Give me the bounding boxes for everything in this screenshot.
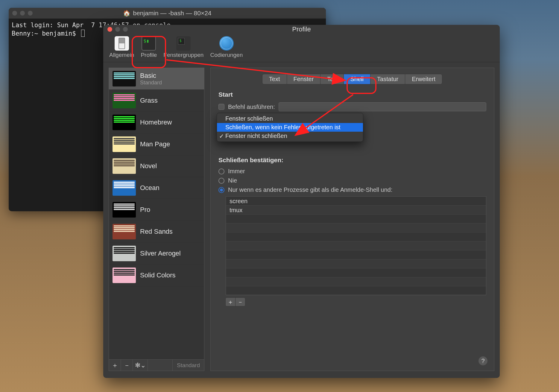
- profile-row[interactable]: Homebrew: [109, 112, 204, 133]
- profile-icon: [142, 36, 156, 51]
- profile-name: Basic: [140, 72, 162, 80]
- help-button[interactable]: ?: [479, 356, 487, 365]
- switch-icon: [115, 36, 129, 51]
- profile-row[interactable]: Novel: [109, 155, 204, 177]
- process-row[interactable]: [226, 250, 486, 259]
- profile-actions-menu[interactable]: ✻⌄: [133, 360, 148, 371]
- dropdown-option[interactable]: Schließen, wenn kein Fehler aufgetreten …: [217, 123, 363, 132]
- process-row[interactable]: [226, 259, 486, 268]
- minimize-button[interactable]: [20, 11, 25, 16]
- run-command-field[interactable]: [279, 102, 486, 111]
- add-profile-button[interactable]: ＋: [109, 360, 121, 371]
- add-process-button[interactable]: ＋: [225, 297, 236, 306]
- profile-row[interactable]: Red Sands: [109, 221, 204, 243]
- confirm-never-label: Nie: [228, 177, 237, 184]
- process-row[interactable]: [226, 241, 486, 250]
- profile-sublabel: Standard: [140, 80, 162, 86]
- profile-thumbnail: [113, 158, 136, 174]
- profile-thumbnail: [113, 268, 136, 283]
- profile-thumbnail: [113, 202, 136, 218]
- terminal-title-text: benjamin — -bash — 80×24: [133, 10, 211, 17]
- profile-thumbnail: [113, 136, 136, 152]
- run-command-label: Befehl ausführen:: [228, 104, 275, 110]
- profile-row[interactable]: BasicStandard: [109, 68, 204, 90]
- tab-erweitert[interactable]: Erweitert: [405, 74, 442, 84]
- terminal-prompt: Benny:~ benjamin$: [12, 30, 80, 37]
- settings-panel: TextFensterTabShellTastaturErweitert Sta…: [210, 68, 494, 371]
- profile-list[interactable]: BasicStandard Grass Homebrew Man Page No…: [109, 68, 204, 360]
- profile-name: Ocean: [140, 184, 160, 192]
- terminal-traffic-lights: [12, 11, 33, 16]
- process-row[interactable]: [226, 224, 486, 233]
- profile-row[interactable]: Silver Aerogel: [109, 243, 204, 265]
- toolbar-encodings[interactable]: Codierungen: [208, 35, 244, 60]
- close-button[interactable]: [12, 11, 17, 16]
- remove-profile-button[interactable]: －: [121, 360, 133, 371]
- tab-text[interactable]: Text: [262, 74, 287, 84]
- confirm-never-radio[interactable]: [218, 178, 224, 184]
- minimize-button[interactable]: [115, 27, 120, 32]
- toolbar-encodings-label: Codierungen: [210, 52, 243, 58]
- confirm-always-label: Immer: [228, 168, 245, 175]
- profile-name: Man Page: [140, 140, 170, 148]
- window-groups-icon: [176, 36, 191, 51]
- toolbar-groups[interactable]: Fenstergruppen: [162, 35, 205, 60]
- profile-row[interactable]: Man Page: [109, 133, 204, 155]
- remove-process-button[interactable]: －: [235, 297, 245, 306]
- profile-name: Novel: [140, 162, 157, 170]
- toolbar-profile[interactable]: Profile: [139, 35, 159, 60]
- process-row[interactable]: [226, 233, 486, 241]
- confirm-always-radio[interactable]: [218, 168, 224, 174]
- profile-name: Silver Aerogel: [140, 250, 181, 257]
- settings-tabs: TextFensterTabShellTastaturErweitert: [218, 74, 486, 84]
- profile-row[interactable]: Grass: [109, 90, 204, 112]
- toolbar-general-label: Allgemein: [109, 52, 134, 58]
- confirm-processes-label: Nur wenn es andere Prozesse gibt als die…: [228, 186, 392, 193]
- home-icon: 🏠: [123, 10, 130, 17]
- globe-icon: [219, 36, 234, 51]
- check-icon: ✓: [219, 133, 224, 140]
- process-row[interactable]: [226, 277, 486, 286]
- profile-row[interactable]: Solid Colors: [109, 265, 204, 286]
- profile-name: Red Sands: [140, 228, 173, 235]
- profile-name: Solid Colors: [140, 271, 176, 279]
- tab-tab[interactable]: Tab: [320, 74, 344, 84]
- tab-shell[interactable]: Shell: [344, 74, 370, 84]
- profile-thumbnail: [113, 224, 136, 239]
- profile-thumbnail: [113, 246, 136, 261]
- dropdown-option[interactable]: ✓Fenster nicht schließen: [217, 132, 363, 140]
- run-command-checkbox[interactable]: [218, 104, 224, 110]
- dropdown-option[interactable]: Fenster schließen: [217, 114, 363, 123]
- confirm-processes-radio[interactable]: [218, 187, 224, 193]
- zoom-button[interactable]: [28, 11, 33, 16]
- process-row[interactable]: [226, 286, 486, 295]
- profile-row[interactable]: Ocean: [109, 177, 204, 199]
- profile-row[interactable]: Pro: [109, 199, 204, 221]
- prefs-titlebar[interactable]: Profile: [103, 25, 500, 34]
- profile-thumbnail: [113, 93, 136, 108]
- profile-thumbnail: [113, 71, 136, 86]
- process-row[interactable]: screen: [226, 197, 486, 206]
- zoom-button[interactable]: [123, 27, 128, 32]
- profile-thumbnail: [113, 115, 136, 130]
- tab-fenster[interactable]: Fenster: [287, 74, 321, 84]
- confirm-close-label: Schließen bestätigen:: [218, 157, 486, 164]
- profiles-sidebar: BasicStandard Grass Homebrew Man Page No…: [109, 68, 204, 371]
- profile-name: Pro: [140, 206, 150, 214]
- start-section-label: Start: [218, 91, 486, 98]
- toolbar-general[interactable]: Allgemein: [107, 35, 136, 60]
- close-button[interactable]: [107, 27, 112, 32]
- toolbar-profile-label: Profile: [141, 52, 157, 58]
- process-row[interactable]: [226, 268, 486, 277]
- sidebar-footer: ＋ － ✻⌄ Standard: [109, 360, 204, 371]
- process-row[interactable]: tmux: [226, 206, 486, 215]
- prefs-traffic-lights: [107, 27, 128, 32]
- on-exit-dropdown[interactable]: Fenster schließenSchließen, wenn kein Fe…: [217, 113, 363, 142]
- preferences-window: Profile Allgemein Profile Fenstergruppen…: [103, 25, 500, 378]
- terminal-titlebar[interactable]: 🏠 benjamin — -bash — 80×24: [9, 8, 326, 19]
- set-default-button[interactable]: Standard: [172, 360, 204, 371]
- process-row[interactable]: [226, 215, 486, 224]
- cursor-icon: [81, 30, 85, 37]
- process-table[interactable]: screentmux: [226, 196, 486, 295]
- tab-tastatur[interactable]: Tastatur: [370, 74, 405, 84]
